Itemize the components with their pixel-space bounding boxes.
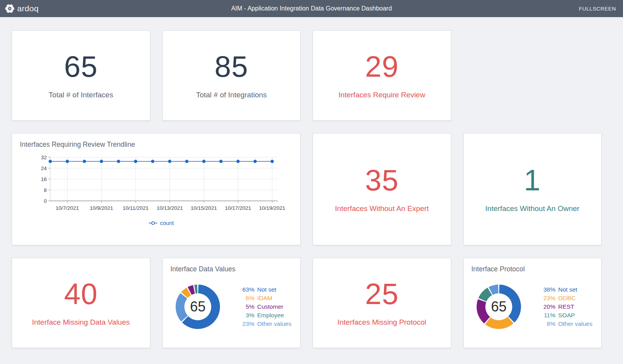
page-title: AIM - Application Integration Data Gover… [231, 5, 392, 12]
brand-name: ardoq [17, 4, 39, 13]
legend-row: 23%ODBC [539, 294, 593, 302]
legend-row: 8%Other values [539, 320, 593, 328]
stat-value: 40 [64, 279, 98, 309]
legend-label: IDAM [257, 295, 273, 301]
ardoq-flower-icon [5, 4, 15, 14]
svg-text:10/9/2021: 10/9/2021 [90, 205, 113, 211]
card-interface-data-values: Interface Data Values 65 63%Not set6%IDA… [162, 258, 301, 348]
stat-label: Interfaces Require Review [338, 91, 425, 99]
donut-legend: 63%Not set6%IDAM5%Customer3%Employee23%O… [238, 285, 292, 329]
svg-text:10/19/2021: 10/19/2021 [259, 205, 285, 211]
legend-label: Other values [257, 320, 292, 327]
svg-text:10/7/2021: 10/7/2021 [56, 205, 79, 211]
card-interfaces-missing-protocol: 25 Interfaces Missing Protocol [313, 258, 451, 348]
donut-slice[interactable] [478, 288, 492, 302]
legend-row: 3%Employee [238, 311, 292, 319]
svg-text:32: 32 [41, 155, 47, 160]
stat-label: Total # of Integrations [196, 91, 267, 99]
stat-label: Interface Missing Data Values [32, 318, 130, 327]
legend-label: Not set [257, 286, 276, 293]
donut-wrap: 65 63%Not set6%IDAM5%Customer3%Employee2… [171, 280, 293, 334]
donut-legend: 38%Not set23%ODBC20%REST11%SOAP8%Other v… [539, 285, 593, 329]
svg-text:count: count [160, 220, 174, 226]
donut-slice[interactable] [194, 285, 197, 294]
legend-percent: 6% [238, 294, 255, 302]
svg-text:10/17/2021: 10/17/2021 [225, 205, 252, 211]
fullscreen-button[interactable]: FULLSCREEN [579, 6, 616, 12]
legend-row: 5%Customer [238, 303, 292, 311]
chart-legend[interactable]: count [149, 220, 174, 226]
card-review-trendline: Interfaces Requiring Review Trendline 08… [12, 133, 301, 245]
legend-label: SOAP [558, 312, 575, 318]
app-header: ardoq AIM - Application Integration Data… [0, 0, 623, 17]
legend-percent: 23% [238, 320, 255, 328]
chart-title: Interface Data Values [171, 265, 293, 273]
donut-slice[interactable] [176, 293, 188, 322]
card-interfaces-require-review: 29 Interfaces Require Review [313, 30, 451, 121]
card-interface-missing-data-values: 40 Interface Missing Data Values [12, 258, 150, 348]
stat-value: 65 [64, 52, 98, 81]
legend-row: 38%Not set [539, 286, 593, 294]
legend-label: Customer [257, 303, 283, 310]
interface-data-values-donut: 65 [171, 280, 225, 334]
interface-protocol-donut: 65 [472, 280, 526, 334]
svg-text:10/15/2021: 10/15/2021 [191, 205, 217, 211]
svg-text:16: 16 [41, 176, 47, 182]
stat-value: 1 [524, 165, 541, 195]
legend-percent: 23% [539, 294, 556, 302]
x-tick-labels: 10/7/202110/9/202110/11/202110/13/202110… [56, 201, 285, 211]
card-total-interfaces: 65 Total # of Interfaces [12, 30, 150, 121]
chart-title: Interfaces Requiring Review Trendline [20, 141, 292, 149]
legend-percent: 20% [539, 303, 556, 311]
stat-value: 35 [365, 165, 399, 195]
legend-label: Employee [257, 312, 284, 318]
donut-wrap: 65 38%Not set23%ODBC20%REST11%SOAP8%Othe… [472, 280, 594, 334]
chart-title: Interface Protocol [472, 265, 594, 273]
svg-text:8: 8 [44, 187, 47, 193]
stat-value: 29 [365, 52, 399, 81]
donut-slice[interactable] [476, 299, 489, 324]
stat-label: Total # of Interfaces [49, 91, 113, 99]
legend-percent: 3% [238, 311, 255, 319]
legend-row: 11%SOAP [539, 311, 593, 319]
empty-grid-cell [463, 30, 602, 121]
card-total-integrations: 85 Total # of Integrations [162, 30, 301, 121]
legend-percent: 63% [238, 286, 255, 294]
legend-percent: 8% [539, 320, 556, 328]
donut-center-label: 65 [190, 299, 205, 315]
legend-label: REST [558, 303, 574, 310]
ardoq-logo[interactable]: ardoq [5, 4, 39, 14]
card-interface-protocol: Interface Protocol 65 38%Not set23%ODBC2… [463, 258, 602, 348]
legend-label: ODBC [558, 295, 576, 301]
legend-row: 6%IDAM [238, 294, 292, 302]
legend-row: 23%Other values [238, 320, 292, 328]
legend-percent: 11% [539, 311, 556, 319]
legend-percent: 5% [238, 303, 255, 311]
svg-text:0: 0 [44, 198, 47, 204]
legend-row: 20%REST [539, 303, 593, 311]
stat-label: Interfaces Without An Owner [485, 204, 579, 213]
card-interfaces-without-expert: 35 Interfaces Without An Expert [313, 133, 451, 245]
legend-label: Other values [558, 320, 593, 327]
stat-value: 25 [365, 279, 399, 309]
stat-label: Interfaces Without An Expert [335, 204, 429, 213]
stat-value: 85 [215, 52, 248, 81]
legend-row: 63%Not set [238, 286, 292, 294]
legend-percent: 38% [539, 286, 556, 294]
svg-text:10/13/2021: 10/13/2021 [157, 205, 183, 211]
grid-lines [50, 157, 278, 201]
donut-slice[interactable] [485, 317, 513, 329]
donut-center-label: 65 [491, 299, 506, 315]
svg-text:24: 24 [41, 165, 47, 171]
svg-text:10/11/2021: 10/11/2021 [123, 205, 149, 211]
trendline-chart: 0816243210/7/202110/9/202110/11/202110/1… [20, 152, 292, 236]
dashboard-grid: 65 Total # of Interfaces 85 Total # of I… [0, 17, 623, 364]
card-interfaces-without-owner: 1 Interfaces Without An Owner [463, 133, 602, 245]
stat-label: Interfaces Missing Protocol [338, 318, 426, 327]
legend-label: Not set [558, 286, 577, 293]
